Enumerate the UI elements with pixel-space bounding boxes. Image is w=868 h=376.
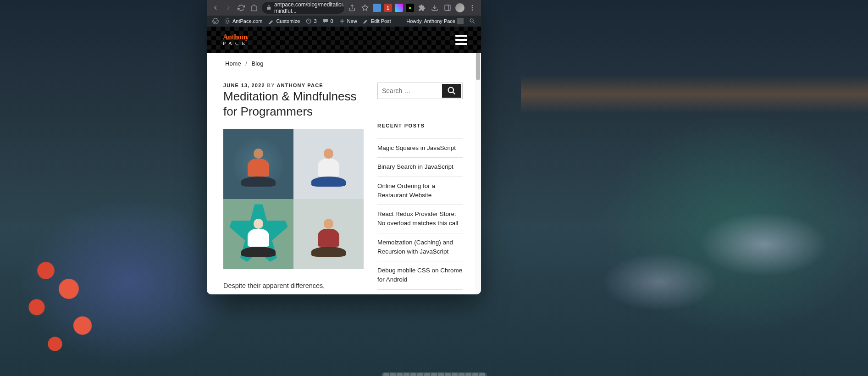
sidebar: RECENT POSTS Magic Squares in JavaScript… [377, 83, 463, 294]
recent-posts-title: RECENT POSTS [377, 123, 463, 128]
breadcrumb: Home / Blog [207, 53, 481, 74]
back-button[interactable] [210, 3, 221, 13]
search-icon [447, 86, 456, 95]
wp-howdy[interactable]: Howdy, Anthony Pace [404, 16, 466, 27]
list-item: Debug mobile CSS on Chrome for Android [377, 261, 463, 289]
profile-avatar[interactable] [455, 3, 464, 12]
svg-point-7 [225, 18, 230, 23]
post-body: Despite their apparent differences, prog… [223, 280, 364, 294]
wp-site-name[interactable]: AntPace.com [221, 16, 265, 27]
site-logo[interactable]: Anthony PACE [223, 33, 249, 46]
list-item: Palindromes in PHP [377, 289, 463, 295]
forward-button[interactable] [223, 3, 233, 13]
wp-updates[interactable]: 3 [303, 16, 319, 27]
post-author[interactable]: ANTHONY PACE [276, 83, 323, 88]
avatar [457, 18, 464, 24]
wp-customize[interactable]: Customize [265, 16, 303, 27]
post-title: Meditation & Mindfulness for Programmers [223, 89, 364, 119]
browser-toolbar: antpace.com/blog/meditation-mindful... 1… [207, 0, 481, 16]
breadcrumb-sep: / [245, 60, 247, 67]
scrollbar[interactable] [475, 53, 481, 294]
wp-edit[interactable]: Edit Post [360, 16, 394, 27]
list-item: Binary Search in JavaScript [377, 157, 463, 176]
wp-search[interactable] [466, 16, 478, 27]
featured-image [223, 129, 364, 269]
search-input[interactable] [378, 83, 441, 99]
wp-logo[interactable] [210, 16, 221, 27]
list-item: Online Ordering for a Restaurant Website [377, 177, 463, 205]
svg-point-8 [470, 19, 473, 22]
breadcrumb-current: Blog [252, 60, 264, 67]
lock-icon [266, 5, 271, 11]
list-item: Memoization (Caching) and Recursion with… [377, 233, 463, 261]
svg-point-4 [472, 9, 473, 11]
post-date[interactable]: JUNE 13, 2022 [223, 83, 265, 88]
extension-icon[interactable] [373, 4, 381, 12]
home-button[interactable] [249, 3, 259, 13]
extension-icon[interactable]: ✕ [406, 4, 414, 12]
sidepanel-button[interactable] [442, 3, 453, 13]
search-button[interactable] [442, 84, 461, 98]
scroll-thumb[interactable] [476, 53, 480, 80]
address-bar[interactable]: antpace.com/blog/meditation-mindful... [262, 2, 344, 14]
svg-rect-0 [445, 5, 450, 11]
url-text: antpace.com/blog/meditation-mindful... [274, 2, 344, 14]
svg-point-9 [448, 88, 454, 93]
list-item: React Redux Provider Store: No overload … [377, 205, 463, 233]
share-button[interactable] [347, 3, 357, 13]
recent-posts-list: Magic Squares in JavaScript Binary Searc… [377, 138, 463, 294]
extension-icon[interactable] [395, 4, 403, 12]
article: JUNE 13, 2022 BY ANTHONY PACE Meditation… [223, 83, 364, 294]
bookmark-button[interactable] [360, 3, 370, 13]
page-content: Home / Blog JUNE 13, 2022 BY ANTHONY PAC… [207, 53, 481, 294]
breadcrumb-home[interactable]: Home [225, 60, 241, 67]
svg-point-2 [472, 5, 473, 6]
svg-point-3 [472, 7, 473, 9]
extensions-button[interactable] [417, 3, 427, 13]
search-form [377, 83, 463, 99]
downloads-button[interactable] [430, 3, 440, 13]
extension-icon[interactable]: 1 [384, 4, 392, 12]
macos-dock[interactable] [381, 372, 487, 376]
reload-button[interactable] [236, 3, 246, 13]
svg-point-6 [226, 20, 229, 22]
wp-new[interactable]: New [336, 16, 360, 27]
wp-comments[interactable]: 0 [320, 16, 336, 27]
browser-window: antpace.com/blog/meditation-mindful... 1… [207, 0, 481, 294]
list-item: Magic Squares in JavaScript [377, 138, 463, 157]
menu-toggle[interactable] [455, 35, 467, 45]
site-header: Anthony PACE [207, 27, 481, 53]
menu-button[interactable] [467, 3, 477, 13]
post-meta: JUNE 13, 2022 BY ANTHONY PACE [223, 83, 364, 88]
wp-admin-bar: AntPace.com Customize 3 0 New Edit Post … [207, 16, 481, 27]
